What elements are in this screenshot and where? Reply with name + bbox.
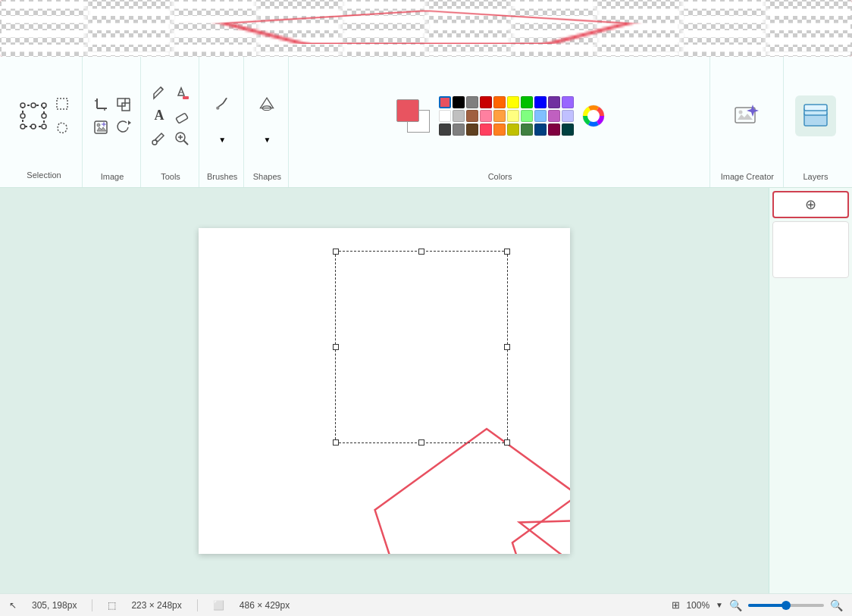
- color-swatch-0-9[interactable]: [562, 96, 574, 108]
- statusbar-sep-2: [197, 599, 198, 611]
- image-creator-group: Image Creator: [712, 56, 784, 187]
- colors-group: Colors: [290, 56, 709, 187]
- svg-rect-15: [122, 103, 130, 111]
- color-swatch-2-7[interactable]: [534, 124, 547, 136]
- color-swatch-0-1[interactable]: [453, 96, 465, 108]
- svg-marker-33: [261, 98, 274, 108]
- canvas-size-icon: ⬜: [213, 600, 224, 611]
- color-swatch-2-5[interactable]: [507, 124, 519, 136]
- svg-point-32: [216, 106, 219, 109]
- color-swatch-0-7[interactable]: [534, 96, 547, 108]
- color-swatch-1-1[interactable]: [453, 110, 465, 122]
- cursor-position: 305, 198px: [32, 600, 77, 611]
- image-tools: [90, 94, 134, 138]
- add-layer-icon: ⊕: [805, 196, 816, 213]
- fit-canvas-icon[interactable]: ⊞: [672, 599, 680, 611]
- active-colors: [396, 99, 430, 133]
- fill-button[interactable]: [171, 83, 193, 104]
- brush-dropdown-button[interactable]: ▼: [211, 130, 233, 151]
- svg-point-8: [42, 124, 46, 129]
- add-layer-button[interactable]: ⊕: [772, 191, 849, 218]
- color-swatch-2-4[interactable]: [493, 124, 506, 136]
- color-swatch-1-6[interactable]: [521, 110, 533, 122]
- eraser-button[interactable]: [171, 105, 193, 127]
- selection-rect-button[interactable]: [52, 93, 73, 114]
- color-swatch-2-8[interactable]: [548, 124, 560, 136]
- svg-rect-0: [23, 105, 44, 127]
- layers-group: Layers: [785, 56, 846, 187]
- svg-point-26: [152, 140, 157, 145]
- color-swatch-0-4[interactable]: [493, 96, 506, 108]
- color-swatch-1-8[interactable]: [548, 110, 560, 122]
- color-swatch-0-8[interactable]: [548, 96, 560, 108]
- freeform-select-icon: [55, 121, 69, 135]
- image-creator-label: Image Creator: [721, 172, 774, 181]
- zoom-slider[interactable]: [748, 604, 824, 607]
- svg-point-5: [42, 114, 46, 118]
- color-swatch-2-2[interactable]: [466, 124, 478, 136]
- canvas-area[interactable]: [0, 188, 769, 593]
- color-swatch-2-6[interactable]: [521, 124, 533, 136]
- zoom-button[interactable]: [171, 128, 193, 149]
- image-creator-button[interactable]: [728, 97, 766, 135]
- color-swatch-0-5[interactable]: [507, 96, 519, 108]
- color-swatch-1-9[interactable]: [562, 110, 574, 122]
- ribbon: Selection: [0, 52, 852, 188]
- zoom-dropdown-icon[interactable]: ▼: [716, 601, 723, 609]
- pencil-button[interactable]: [149, 83, 170, 104]
- svg-point-7: [31, 124, 36, 129]
- color-swatch-2-1[interactable]: [453, 124, 465, 136]
- layers-button[interactable]: [795, 95, 836, 136]
- crop-button[interactable]: [90, 94, 111, 115]
- svg-point-6: [20, 124, 25, 129]
- zoom-out-button[interactable]: 🔍: [729, 599, 742, 611]
- color-swatches: [439, 96, 574, 136]
- color-swatch-2-0[interactable]: [439, 124, 451, 136]
- svg-point-36: [587, 110, 600, 122]
- layer-thumbnail-3[interactable]: [772, 221, 849, 278]
- svg-line-29: [184, 140, 189, 145]
- image-creator-icon: [733, 102, 762, 130]
- selection-size: 223 × 248px: [131, 600, 181, 611]
- brush-button[interactable]: [207, 81, 237, 127]
- color-swatch-0-6[interactable]: [521, 96, 533, 108]
- svg-rect-25: [176, 113, 188, 124]
- text-icon: A: [155, 108, 164, 124]
- rotate-button[interactable]: [113, 117, 134, 138]
- color-swatch-0-3[interactable]: [480, 96, 492, 108]
- text-button[interactable]: A: [149, 105, 170, 127]
- svg-line-27: [155, 139, 155, 140]
- statusbar-right: ⊞ 100% ▼ 🔍 🔍: [672, 599, 843, 611]
- color-swatch-2-9[interactable]: [562, 124, 574, 136]
- svg-rect-24: [183, 96, 189, 99]
- shapes-button[interactable]: [252, 81, 282, 127]
- color-swatch-1-5[interactable]: [507, 110, 519, 122]
- color-swatch-1-4[interactable]: [493, 110, 506, 122]
- foreground-color-swatch[interactable]: [396, 99, 419, 122]
- image-group: Image: [84, 56, 141, 187]
- main-area: ⊕: [0, 188, 852, 593]
- resize-button[interactable]: [113, 94, 134, 115]
- eyedropper-button[interactable]: [149, 128, 170, 149]
- ai-image-button[interactable]: [90, 117, 111, 138]
- selection-button[interactable]: [15, 98, 52, 134]
- drawing-canvas[interactable]: [199, 228, 570, 554]
- color-swatch-2-3[interactable]: [480, 124, 492, 136]
- statusbar-sep-1: [92, 599, 92, 611]
- color-swatch-1-2[interactable]: [466, 110, 478, 122]
- tool-buttons: A: [149, 83, 193, 149]
- color-swatch-1-7[interactable]: [534, 110, 547, 122]
- zoom-in-button[interactable]: 🔍: [830, 599, 843, 611]
- color-swatch-1-0[interactable]: [439, 110, 451, 122]
- tools-group: A: [143, 56, 199, 187]
- shapes-dropdown-icon: ▼: [263, 136, 271, 144]
- layers-panel: ⊕: [769, 188, 852, 593]
- color-swatch-0-2[interactable]: [466, 96, 478, 108]
- selection-freeform-button[interactable]: [52, 117, 73, 139]
- canvas-size: 486 × 429px: [240, 600, 290, 611]
- color-picker-button[interactable]: [580, 102, 607, 130]
- brush-icon: [215, 96, 230, 111]
- color-swatch-1-3[interactable]: [480, 110, 492, 122]
- color-swatch-0-0[interactable]: [439, 96, 451, 108]
- shapes-dropdown-button[interactable]: ▼: [256, 130, 277, 151]
